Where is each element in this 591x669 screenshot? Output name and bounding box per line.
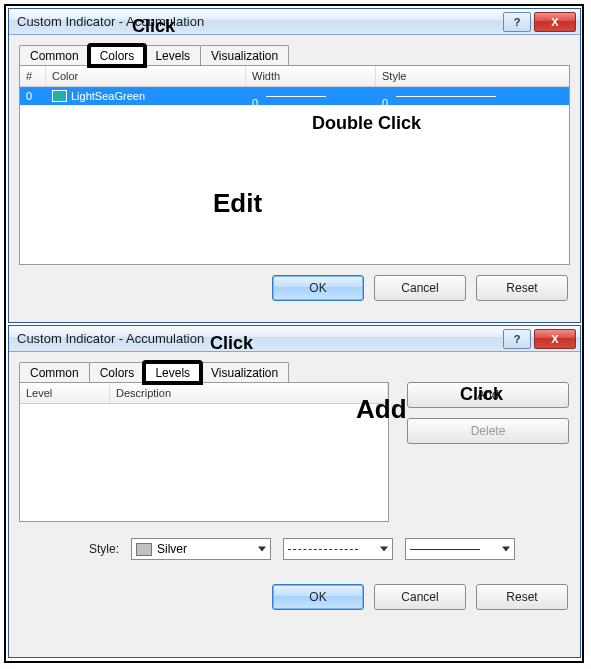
tab-visualization[interactable]: Visualization: [200, 362, 289, 383]
cell-style: 0.: [376, 96, 569, 97]
style-color-value: Silver: [157, 542, 187, 556]
col-width[interactable]: Width: [246, 66, 376, 86]
help-icon: ?: [514, 333, 521, 345]
help-icon: ?: [514, 16, 521, 28]
ok-button[interactable]: OK: [272, 584, 364, 610]
window-title: Custom Indicator - Accumulation: [17, 331, 500, 346]
cell-color: LightSeaGreen: [46, 90, 246, 102]
ok-button[interactable]: OK: [272, 275, 364, 301]
tab-common[interactable]: Common: [19, 45, 90, 66]
style-dash-combo[interactable]: [283, 538, 393, 560]
add-button[interactable]: Add: [407, 382, 569, 408]
chevron-down-icon: [380, 547, 388, 552]
close-icon: X: [551, 16, 558, 28]
width-preview-icon: [266, 96, 326, 97]
tab-common[interactable]: Common: [19, 362, 90, 383]
tab-strip: Common Colors Levels Visualization: [9, 41, 580, 65]
cell-index: 0: [20, 90, 46, 102]
levels-table-header: Level Description: [20, 383, 388, 404]
dialog-colors: Custom Indicator - Accumulation ? X Comm…: [8, 8, 581, 323]
colors-table-header: # Color Width Style: [20, 66, 569, 87]
levels-body: Level Description Add Delete Style: Silv…: [19, 382, 570, 560]
tab-levels[interactable]: Levels: [144, 45, 201, 66]
levels-list[interactable]: Level Description: [19, 382, 389, 522]
help-button[interactable]: ?: [503, 12, 531, 32]
tab-colors[interactable]: Colors: [89, 362, 146, 383]
width-value: 0.: [252, 97, 261, 109]
cell-width: 0.: [246, 96, 376, 97]
style-value: 0.: [382, 97, 391, 109]
col-color[interactable]: Color: [46, 66, 246, 86]
tab-visualization[interactable]: Visualization: [200, 45, 289, 66]
table-row[interactable]: 0 LightSeaGreen 0. 0.: [20, 87, 569, 105]
window-title: Custom Indicator - Accumulation: [17, 14, 500, 29]
dialog-levels: Custom Indicator - Accumulation ? X Comm…: [8, 325, 581, 658]
col-index[interactable]: #: [20, 66, 46, 86]
color-swatch-icon: [52, 90, 67, 102]
close-button[interactable]: X: [534, 329, 576, 349]
dash-preview-icon: [288, 549, 358, 550]
style-row: Style: Silver: [19, 538, 570, 560]
cancel-button[interactable]: Cancel: [374, 275, 466, 301]
style-color-combo[interactable]: Silver: [131, 538, 271, 560]
col-style[interactable]: Style: [376, 66, 569, 86]
titlebar[interactable]: Custom Indicator - Accumulation ? X: [9, 326, 580, 352]
style-preview-icon: [396, 96, 496, 97]
level-side-buttons: Add Delete: [407, 382, 567, 454]
style-width-combo[interactable]: [405, 538, 515, 560]
help-button[interactable]: ?: [503, 329, 531, 349]
dialog-buttons: OK Cancel Reset: [9, 574, 580, 618]
close-button[interactable]: X: [534, 12, 576, 32]
tab-levels[interactable]: Levels: [144, 362, 201, 383]
colors-panel: # Color Width Style 0 LightSeaGreen 0. 0…: [19, 65, 570, 265]
reset-button[interactable]: Reset: [476, 275, 568, 301]
chevron-down-icon: [258, 547, 266, 552]
silver-swatch-icon: [136, 543, 152, 556]
color-name: LightSeaGreen: [71, 90, 145, 102]
dialog-buttons: OK Cancel Reset: [9, 265, 580, 309]
tab-colors[interactable]: Colors: [89, 45, 146, 66]
chevron-down-icon: [502, 547, 510, 552]
solid-preview-icon: [410, 549, 480, 550]
titlebar[interactable]: Custom Indicator - Accumulation ? X: [9, 9, 580, 35]
tab-strip: Common Colors Levels Visualization: [9, 358, 580, 382]
style-label: Style:: [79, 542, 119, 556]
cancel-button[interactable]: Cancel: [374, 584, 466, 610]
reset-button[interactable]: Reset: [476, 584, 568, 610]
close-icon: X: [551, 333, 558, 345]
delete-button[interactable]: Delete: [407, 418, 569, 444]
col-description[interactable]: Description: [110, 383, 388, 403]
col-level[interactable]: Level: [20, 383, 110, 403]
